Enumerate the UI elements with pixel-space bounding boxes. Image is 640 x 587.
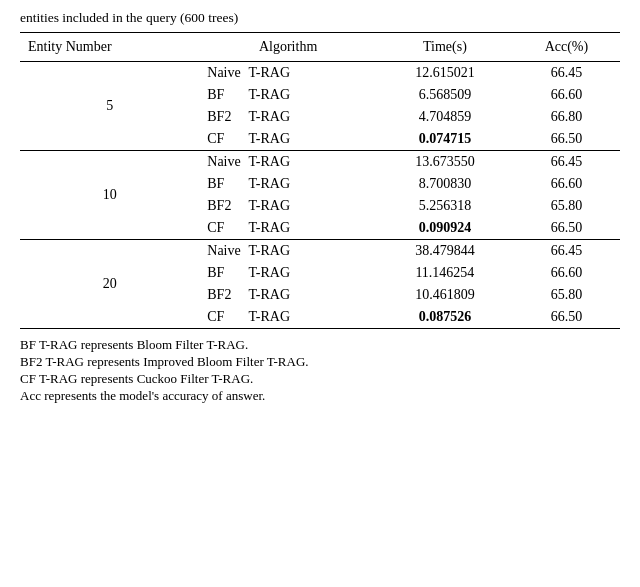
table-row: 10Naive T-RAG13.67355066.45: [20, 151, 620, 174]
acc-cell: 66.45: [513, 240, 620, 263]
algorithm-cell: Naive T-RAG: [199, 240, 377, 263]
algorithm-cell: CF T-RAG: [199, 217, 377, 240]
time-cell: 13.673550: [377, 151, 513, 174]
footnote-item: CF T-RAG represents Cuckoo Filter T-RAG.: [20, 371, 620, 387]
acc-cell: 66.60: [513, 84, 620, 106]
algorithm-cell: Naive T-RAG: [199, 62, 377, 85]
time-cell: 5.256318: [377, 195, 513, 217]
footnote-item: Acc represents the model's accuracy of a…: [20, 388, 620, 404]
table-row: 20Naive T-RAG38.47984466.45: [20, 240, 620, 263]
algorithm-cell: BF2 T-RAG: [199, 195, 377, 217]
time-cell: 10.461809: [377, 284, 513, 306]
time-cell: 11.146254: [377, 262, 513, 284]
algorithm-cell: CF T-RAG: [199, 306, 377, 329]
acc-cell: 66.50: [513, 306, 620, 329]
acc-cell: 66.45: [513, 151, 620, 174]
algorithm-cell: BF T-RAG: [199, 173, 377, 195]
algorithm-cell: Naive T-RAG: [199, 151, 377, 174]
time-cell: 4.704859: [377, 106, 513, 128]
results-table: Entity Number Algorithm Time(s) Acc(%) 5…: [20, 32, 620, 329]
table-caption: entities included in the query (600 tree…: [20, 10, 620, 26]
time-cell: 12.615021: [377, 62, 513, 85]
algorithm-cell: BF2 T-RAG: [199, 106, 377, 128]
acc-cell: 65.80: [513, 284, 620, 306]
col-header-algorithm: Algorithm: [199, 33, 377, 62]
entity-number-cell: 10: [20, 151, 199, 240]
acc-cell: 66.50: [513, 217, 620, 240]
acc-cell: 66.60: [513, 173, 620, 195]
acc-cell: 66.60: [513, 262, 620, 284]
time-cell: 6.568509: [377, 84, 513, 106]
algorithm-cell: BF T-RAG: [199, 262, 377, 284]
acc-cell: 65.80: [513, 195, 620, 217]
time-cell: 38.479844: [377, 240, 513, 263]
algorithm-cell: CF T-RAG: [199, 128, 377, 151]
time-cell: 8.700830: [377, 173, 513, 195]
time-cell: 0.090924: [377, 217, 513, 240]
time-cell: 0.074715: [377, 128, 513, 151]
time-cell: 0.087526: [377, 306, 513, 329]
table-row: 5Naive T-RAG12.61502166.45: [20, 62, 620, 85]
algorithm-cell: BF T-RAG: [199, 84, 377, 106]
acc-cell: 66.50: [513, 128, 620, 151]
col-header-acc: Acc(%): [513, 33, 620, 62]
entity-number-cell: 20: [20, 240, 199, 329]
footnote-item: BF T-RAG represents Bloom Filter T-RAG.: [20, 337, 620, 353]
entity-number-cell: 5: [20, 62, 199, 151]
algorithm-cell: BF2 T-RAG: [199, 284, 377, 306]
table-header-row: Entity Number Algorithm Time(s) Acc(%): [20, 33, 620, 62]
acc-cell: 66.45: [513, 62, 620, 85]
col-header-time: Time(s): [377, 33, 513, 62]
acc-cell: 66.80: [513, 106, 620, 128]
footnotes: BF T-RAG represents Bloom Filter T-RAG.B…: [20, 337, 620, 404]
col-header-entity: Entity Number: [20, 33, 199, 62]
footnote-item: BF2 T-RAG represents Improved Bloom Filt…: [20, 354, 620, 370]
